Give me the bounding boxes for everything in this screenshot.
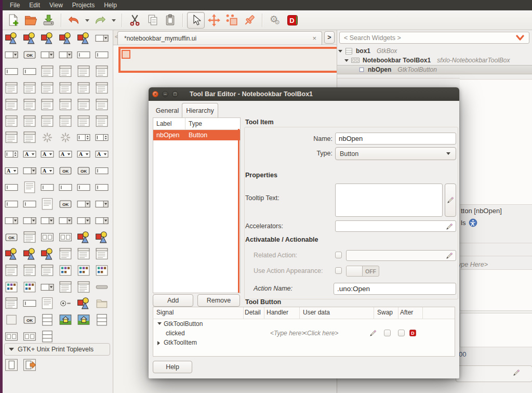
palette-widget-iconview[interactable] <box>76 264 91 277</box>
property-input-fragment[interactable] <box>456 365 532 382</box>
help-button[interactable]: Help <box>153 361 192 373</box>
signal-col-user-data[interactable]: User data <box>303 309 330 316</box>
palette-widget-iconview[interactable] <box>4 281 19 293</box>
save-button[interactable] <box>40 12 57 28</box>
selected-toolitem-placeholder[interactable] <box>122 50 130 59</box>
palette-widget-list[interactable] <box>76 65 91 77</box>
align-edit-button[interactable] <box>241 12 258 28</box>
palette-widget-combo[interactable] <box>40 214 55 227</box>
palette-widget-list[interactable] <box>58 247 73 260</box>
dialog-titlebar[interactable]: × – □ Tool Bar Editor - Notebookbar Tool… <box>149 87 459 101</box>
palette-widget-action[interactable] <box>40 247 55 260</box>
palette-group-expander[interactable]: GTK+ Unix Print Toplevels <box>4 343 110 356</box>
new-button[interactable] <box>5 12 21 28</box>
palette-widget-list[interactable] <box>4 82 19 94</box>
pencil-icon[interactable] <box>512 369 521 377</box>
palette-widget-action[interactable] <box>22 247 37 260</box>
palette-widget-list[interactable] <box>76 115 91 127</box>
action-name-input[interactable] <box>334 283 456 295</box>
palette-widget-combo[interactable] <box>58 214 73 227</box>
palette-widget-list[interactable] <box>4 115 19 127</box>
palette-widget-action[interactable] <box>4 32 19 44</box>
signal-col-detail[interactable]: Detail <box>245 309 261 316</box>
palette-widget-action[interactable] <box>58 32 73 44</box>
accelerators-input[interactable] <box>335 220 456 232</box>
palette-widget-entry[interactable] <box>22 297 37 309</box>
palette-widget-font[interactable]: A <box>58 148 73 160</box>
accessibility-icon[interactable] <box>469 218 477 227</box>
palette-widget-font[interactable]: A <box>76 148 91 160</box>
redo-button[interactable] <box>92 12 109 28</box>
signal-row[interactable]: GtkToolButton <box>153 319 455 329</box>
signal-col-swap[interactable]: Swap <box>377 309 393 316</box>
menu-file[interactable]: File <box>5 2 24 9</box>
palette-widget-font[interactable]: A <box>40 164 55 177</box>
palette-widget-entry[interactable] <box>95 181 109 193</box>
devhelp-button[interactable]: D <box>284 12 301 28</box>
palette-widget-font[interactable]: A <box>95 148 109 160</box>
drag-resize-button[interactable] <box>206 12 222 28</box>
margin-edit-button[interactable] <box>223 12 240 28</box>
palette-widget-list[interactable] <box>76 281 91 293</box>
palette-widget-list[interactable] <box>4 131 19 143</box>
palette-widget-list[interactable] <box>40 65 55 77</box>
name-input[interactable] <box>335 133 456 145</box>
signals-tab-fragment[interactable]: ls <box>461 218 477 227</box>
palette-widget-vbox[interactable] <box>95 313 109 326</box>
devhelp-icon[interactable]: D <box>409 329 417 337</box>
signal-row[interactable]: GtkToolItem <box>153 338 455 347</box>
palette-widget-action[interactable] <box>4 247 19 260</box>
palette-widget-ok[interactable]: OK <box>4 231 19 243</box>
palette-widget-combo[interactable] <box>58 48 73 61</box>
palette-widget-ok[interactable]: OK <box>58 198 73 210</box>
palette-widget-list[interactable] <box>95 82 109 94</box>
signal-row[interactable]: clicked <Type here> <Click here> D <box>153 329 455 338</box>
use-action-switch[interactable]: OFF <box>346 266 379 277</box>
palette-widget-entry[interactable] <box>22 65 37 77</box>
palette-widget-combo[interactable] <box>22 214 37 227</box>
palette-widget-vbox[interactable] <box>40 313 55 326</box>
palette-widget-entry[interactable] <box>4 198 19 210</box>
palette-widget-spinner[interactable] <box>40 131 55 143</box>
tab-hierarchy[interactable]: Hierarchy <box>182 103 218 118</box>
column-label[interactable]: Label <box>153 118 185 129</box>
palette-widget-iconview[interactable] <box>95 264 109 277</box>
palette-widget-spinner[interactable] <box>58 131 73 143</box>
close-icon[interactable]: × <box>152 91 158 97</box>
palette-widget-entry[interactable] <box>22 198 37 210</box>
expander-icon[interactable] <box>157 341 160 345</box>
palette-widget-action[interactable] <box>76 231 91 243</box>
type-select[interactable]: Button <box>335 147 456 160</box>
add-button[interactable]: Add <box>153 294 193 307</box>
palette-widget-sep[interactable] <box>95 281 109 293</box>
palette-widget-entry[interactable] <box>95 164 109 177</box>
palette-widget-spin[interactable] <box>95 131 109 143</box>
selected-toolbar-widget[interactable] <box>118 47 337 73</box>
palette-widget-list[interactable] <box>58 281 73 293</box>
palette-widget-list[interactable] <box>22 131 37 143</box>
palette-widget-list[interactable] <box>4 264 19 277</box>
pencil-icon[interactable] <box>369 329 377 337</box>
tree-row-box1[interactable]: box1 GtkBox <box>337 46 532 56</box>
tooltip-edit-button[interactable] <box>445 184 456 217</box>
palette-widget-hbox[interactable] <box>40 231 55 243</box>
palette-widget-list[interactable] <box>22 264 37 277</box>
palette-widget-combo[interactable] <box>4 214 19 227</box>
palette-widget-list[interactable] <box>76 98 91 111</box>
palette-widget-page[interactable] <box>4 359 19 371</box>
palette-widget-iconview[interactable] <box>58 264 73 277</box>
related-action-checkbox[interactable] <box>335 252 342 258</box>
palette-widget-folder[interactable] <box>95 297 109 309</box>
palette-widget-font[interactable]: A <box>40 148 55 160</box>
palette-widget-ok[interactable]: OK <box>58 164 73 177</box>
copy-button[interactable] <box>144 12 161 28</box>
palette-widget-ok[interactable]: OK <box>22 313 37 326</box>
palette-widget-hbox[interactable] <box>4 330 19 343</box>
palette-widget-hbox[interactable] <box>58 231 73 243</box>
palette-widget-entry[interactable] <box>40 181 55 193</box>
palette-widget-action[interactable] <box>76 297 91 309</box>
palette-widget-frame[interactable] <box>4 313 19 326</box>
undo-menu-button[interactable] <box>83 12 91 28</box>
palette-widget-entry[interactable] <box>76 48 91 61</box>
palette-widget-ok[interactable]: OK <box>22 48 37 61</box>
